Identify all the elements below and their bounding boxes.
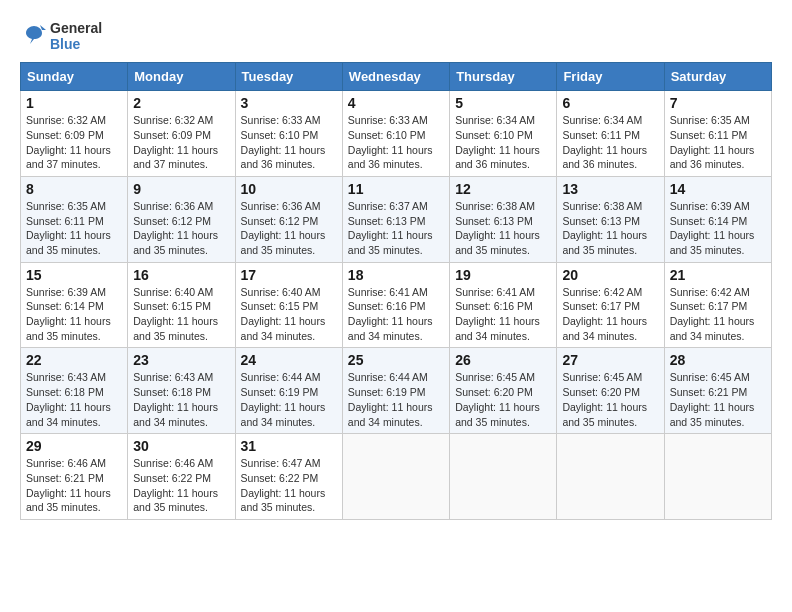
day-number: 1	[26, 95, 122, 111]
calendar-cell: 8Sunrise: 6:35 AMSunset: 6:11 PMDaylight…	[21, 176, 128, 262]
day-info: Sunrise: 6:35 AMSunset: 6:11 PMDaylight:…	[26, 199, 122, 258]
day-number: 8	[26, 181, 122, 197]
day-number: 11	[348, 181, 444, 197]
day-info: Sunrise: 6:41 AMSunset: 6:16 PMDaylight:…	[455, 285, 551, 344]
day-info: Sunrise: 6:39 AMSunset: 6:14 PMDaylight:…	[26, 285, 122, 344]
calendar-cell: 1Sunrise: 6:32 AMSunset: 6:09 PMDaylight…	[21, 91, 128, 177]
day-number: 18	[348, 267, 444, 283]
day-number: 20	[562, 267, 658, 283]
calendar-cell: 23Sunrise: 6:43 AMSunset: 6:18 PMDayligh…	[128, 348, 235, 434]
day-info: Sunrise: 6:36 AMSunset: 6:12 PMDaylight:…	[241, 199, 337, 258]
calendar-cell	[557, 434, 664, 520]
day-number: 21	[670, 267, 766, 283]
calendar-cell: 22Sunrise: 6:43 AMSunset: 6:18 PMDayligh…	[21, 348, 128, 434]
day-number: 31	[241, 438, 337, 454]
day-info: Sunrise: 6:44 AMSunset: 6:19 PMDaylight:…	[241, 370, 337, 429]
calendar: SundayMondayTuesdayWednesdayThursdayFrid…	[20, 62, 772, 520]
page-header: General Blue	[20, 20, 772, 52]
day-info: Sunrise: 6:38 AMSunset: 6:13 PMDaylight:…	[455, 199, 551, 258]
calendar-cell	[450, 434, 557, 520]
day-number: 3	[241, 95, 337, 111]
day-number: 23	[133, 352, 229, 368]
day-info: Sunrise: 6:46 AMSunset: 6:22 PMDaylight:…	[133, 456, 229, 515]
day-number: 19	[455, 267, 551, 283]
calendar-cell: 24Sunrise: 6:44 AMSunset: 6:19 PMDayligh…	[235, 348, 342, 434]
calendar-cell: 29Sunrise: 6:46 AMSunset: 6:21 PMDayligh…	[21, 434, 128, 520]
calendar-cell: 7Sunrise: 6:35 AMSunset: 6:11 PMDaylight…	[664, 91, 771, 177]
day-info: Sunrise: 6:35 AMSunset: 6:11 PMDaylight:…	[670, 113, 766, 172]
calendar-cell: 5Sunrise: 6:34 AMSunset: 6:10 PMDaylight…	[450, 91, 557, 177]
column-header-wednesday: Wednesday	[342, 63, 449, 91]
day-number: 25	[348, 352, 444, 368]
calendar-cell: 25Sunrise: 6:44 AMSunset: 6:19 PMDayligh…	[342, 348, 449, 434]
day-number: 12	[455, 181, 551, 197]
day-number: 28	[670, 352, 766, 368]
day-number: 7	[670, 95, 766, 111]
calendar-header-row: SundayMondayTuesdayWednesdayThursdayFrid…	[21, 63, 772, 91]
calendar-cell: 12Sunrise: 6:38 AMSunset: 6:13 PMDayligh…	[450, 176, 557, 262]
calendar-cell: 3Sunrise: 6:33 AMSunset: 6:10 PMDaylight…	[235, 91, 342, 177]
day-number: 22	[26, 352, 122, 368]
calendar-cell: 16Sunrise: 6:40 AMSunset: 6:15 PMDayligh…	[128, 262, 235, 348]
column-header-monday: Monday	[128, 63, 235, 91]
calendar-cell: 27Sunrise: 6:45 AMSunset: 6:20 PMDayligh…	[557, 348, 664, 434]
day-info: Sunrise: 6:42 AMSunset: 6:17 PMDaylight:…	[562, 285, 658, 344]
day-info: Sunrise: 6:33 AMSunset: 6:10 PMDaylight:…	[348, 113, 444, 172]
day-info: Sunrise: 6:32 AMSunset: 6:09 PMDaylight:…	[26, 113, 122, 172]
logo-visual: General Blue	[20, 20, 102, 52]
day-number: 17	[241, 267, 337, 283]
day-info: Sunrise: 6:34 AMSunset: 6:11 PMDaylight:…	[562, 113, 658, 172]
calendar-cell: 6Sunrise: 6:34 AMSunset: 6:11 PMDaylight…	[557, 91, 664, 177]
day-info: Sunrise: 6:45 AMSunset: 6:21 PMDaylight:…	[670, 370, 766, 429]
calendar-cell: 13Sunrise: 6:38 AMSunset: 6:13 PMDayligh…	[557, 176, 664, 262]
day-info: Sunrise: 6:36 AMSunset: 6:12 PMDaylight:…	[133, 199, 229, 258]
calendar-cell	[664, 434, 771, 520]
day-number: 15	[26, 267, 122, 283]
calendar-cell: 9Sunrise: 6:36 AMSunset: 6:12 PMDaylight…	[128, 176, 235, 262]
day-info: Sunrise: 6:45 AMSunset: 6:20 PMDaylight:…	[455, 370, 551, 429]
day-number: 10	[241, 181, 337, 197]
calendar-cell: 11Sunrise: 6:37 AMSunset: 6:13 PMDayligh…	[342, 176, 449, 262]
day-number: 16	[133, 267, 229, 283]
calendar-cell	[342, 434, 449, 520]
week-row-5: 29Sunrise: 6:46 AMSunset: 6:21 PMDayligh…	[21, 434, 772, 520]
day-number: 29	[26, 438, 122, 454]
calendar-cell: 28Sunrise: 6:45 AMSunset: 6:21 PMDayligh…	[664, 348, 771, 434]
day-number: 4	[348, 95, 444, 111]
calendar-cell: 17Sunrise: 6:40 AMSunset: 6:15 PMDayligh…	[235, 262, 342, 348]
calendar-cell: 2Sunrise: 6:32 AMSunset: 6:09 PMDaylight…	[128, 91, 235, 177]
day-info: Sunrise: 6:33 AMSunset: 6:10 PMDaylight:…	[241, 113, 337, 172]
day-info: Sunrise: 6:43 AMSunset: 6:18 PMDaylight:…	[133, 370, 229, 429]
day-number: 5	[455, 95, 551, 111]
calendar-cell: 20Sunrise: 6:42 AMSunset: 6:17 PMDayligh…	[557, 262, 664, 348]
week-row-2: 8Sunrise: 6:35 AMSunset: 6:11 PMDaylight…	[21, 176, 772, 262]
calendar-cell: 10Sunrise: 6:36 AMSunset: 6:12 PMDayligh…	[235, 176, 342, 262]
day-number: 6	[562, 95, 658, 111]
logo-bird-icon	[20, 22, 48, 50]
day-number: 2	[133, 95, 229, 111]
day-info: Sunrise: 6:38 AMSunset: 6:13 PMDaylight:…	[562, 199, 658, 258]
calendar-cell: 18Sunrise: 6:41 AMSunset: 6:16 PMDayligh…	[342, 262, 449, 348]
week-row-3: 15Sunrise: 6:39 AMSunset: 6:14 PMDayligh…	[21, 262, 772, 348]
day-number: 9	[133, 181, 229, 197]
calendar-cell: 19Sunrise: 6:41 AMSunset: 6:16 PMDayligh…	[450, 262, 557, 348]
column-header-friday: Friday	[557, 63, 664, 91]
day-info: Sunrise: 6:39 AMSunset: 6:14 PMDaylight:…	[670, 199, 766, 258]
calendar-cell: 15Sunrise: 6:39 AMSunset: 6:14 PMDayligh…	[21, 262, 128, 348]
day-info: Sunrise: 6:34 AMSunset: 6:10 PMDaylight:…	[455, 113, 551, 172]
calendar-cell: 30Sunrise: 6:46 AMSunset: 6:22 PMDayligh…	[128, 434, 235, 520]
calendar-cell: 4Sunrise: 6:33 AMSunset: 6:10 PMDaylight…	[342, 91, 449, 177]
day-info: Sunrise: 6:43 AMSunset: 6:18 PMDaylight:…	[26, 370, 122, 429]
calendar-cell: 31Sunrise: 6:47 AMSunset: 6:22 PMDayligh…	[235, 434, 342, 520]
calendar-cell: 14Sunrise: 6:39 AMSunset: 6:14 PMDayligh…	[664, 176, 771, 262]
day-number: 30	[133, 438, 229, 454]
day-info: Sunrise: 6:44 AMSunset: 6:19 PMDaylight:…	[348, 370, 444, 429]
week-row-1: 1Sunrise: 6:32 AMSunset: 6:09 PMDaylight…	[21, 91, 772, 177]
day-info: Sunrise: 6:47 AMSunset: 6:22 PMDaylight:…	[241, 456, 337, 515]
day-info: Sunrise: 6:42 AMSunset: 6:17 PMDaylight:…	[670, 285, 766, 344]
day-number: 13	[562, 181, 658, 197]
day-number: 24	[241, 352, 337, 368]
day-number: 27	[562, 352, 658, 368]
column-header-sunday: Sunday	[21, 63, 128, 91]
day-number: 26	[455, 352, 551, 368]
